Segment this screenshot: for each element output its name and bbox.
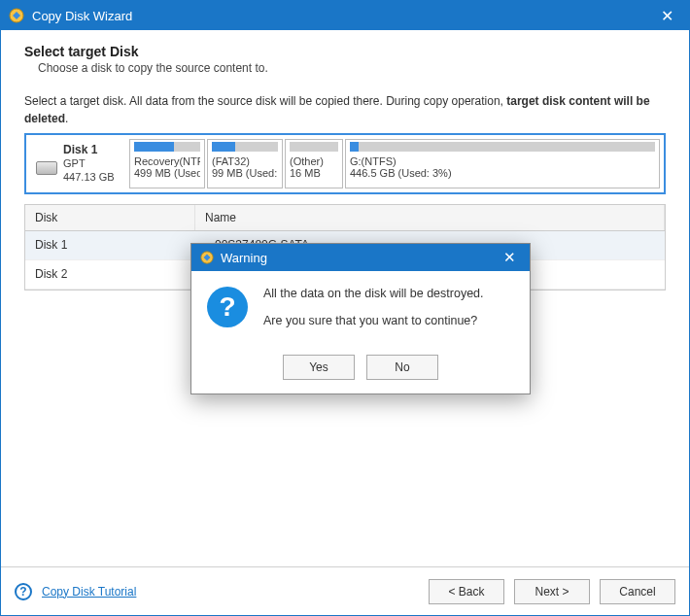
dialog-line1: All the data on the disk will be destroy… xyxy=(263,287,514,300)
help-icon[interactable]: ? xyxy=(15,583,32,600)
partition-name: Recovery(NTFS) xyxy=(134,155,200,167)
window-title: Copy Disk Wizard xyxy=(32,9,652,23)
col-header-name[interactable]: Name xyxy=(195,205,665,230)
question-icon: ? xyxy=(207,287,248,327)
partition-fill xyxy=(134,142,174,152)
app-icon xyxy=(9,8,24,23)
disk-name: Disk 1 xyxy=(63,143,115,156)
partition-name: (FAT32) xyxy=(212,155,278,167)
partition: Recovery(NTFS) 499 MB (Used: ...) xyxy=(129,139,205,188)
partition-bar xyxy=(134,142,200,152)
instruction-prefix: Select a target disk. All data from the … xyxy=(24,94,506,108)
disk-size: 447.13 GB xyxy=(63,170,115,184)
dialog-text: All the data on the disk will be destroy… xyxy=(263,287,514,341)
partition: G:(NTFS) 446.5 GB (Used: 3%) xyxy=(345,139,660,188)
disk-type: GPT xyxy=(63,156,115,170)
cancel-button[interactable]: Cancel xyxy=(600,579,675,604)
disk-info: Disk 1 GPT 447.13 GB xyxy=(30,139,127,188)
partition: (Other) 16 MB xyxy=(285,139,343,188)
close-icon[interactable]: ✕ xyxy=(497,249,522,266)
instruction-suffix: . xyxy=(65,112,68,125)
partition-size: 446.5 GB (Used: 3%) xyxy=(350,167,655,179)
selected-disk-box[interactable]: Disk 1 GPT 447.13 GB Recovery(NTFS) 499 … xyxy=(24,133,666,194)
dialog-body: ? All the data on the disk will be destr… xyxy=(191,271,530,355)
table-header: Disk Name xyxy=(25,205,665,231)
dialog-line2: Are you sure that you want to continue? xyxy=(263,314,514,327)
partition-bar xyxy=(350,142,655,152)
titlebar: Copy Disk Wizard ✕ xyxy=(1,1,689,30)
partition-fill xyxy=(212,142,235,152)
instruction-text: Select a target disk. All data from the … xyxy=(24,92,666,127)
back-button[interactable]: < Back xyxy=(429,579,504,604)
partition-name: (Other) xyxy=(290,155,338,167)
page-subheading: Choose a disk to copy the source content… xyxy=(38,61,666,75)
partition-size: 499 MB (Used: ...) xyxy=(134,167,200,179)
col-header-disk[interactable]: Disk xyxy=(25,205,195,230)
partition-bar xyxy=(290,142,338,152)
help-link[interactable]: Copy Disk Tutorial xyxy=(42,585,136,599)
yes-button[interactable]: Yes xyxy=(283,355,355,380)
disk-label: Disk 1 GPT 447.13 GB xyxy=(63,143,115,185)
partition-fill xyxy=(350,142,359,152)
partition-bar xyxy=(212,142,278,152)
dialog-buttons: Yes No xyxy=(191,355,530,394)
disk-icon xyxy=(36,161,57,175)
page-heading: Select target Disk xyxy=(24,44,666,59)
next-button[interactable]: Next > xyxy=(514,579,590,604)
footer: ? Copy Disk Tutorial < Back Next > Cance… xyxy=(1,566,689,615)
partition-size: 16 MB xyxy=(290,167,338,179)
row-disk: Disk 2 xyxy=(25,261,195,287)
app-icon xyxy=(199,250,215,265)
close-icon[interactable]: ✕ xyxy=(652,1,681,30)
warning-dialog: Warning ✕ ? All the data on the disk wil… xyxy=(190,243,531,394)
partition-size: 99 MB (Used: ...) xyxy=(212,167,278,179)
dialog-title: Warning xyxy=(221,251,497,265)
partition: (FAT32) 99 MB (Used: ...) xyxy=(207,139,283,188)
partition-name: G:(NTFS) xyxy=(350,155,655,167)
row-disk: Disk 1 xyxy=(25,232,195,257)
dialog-titlebar: Warning ✕ xyxy=(191,244,530,271)
wizard-window: Copy Disk Wizard ✕ Select target Disk Ch… xyxy=(0,0,690,616)
no-button[interactable]: No xyxy=(366,355,438,380)
